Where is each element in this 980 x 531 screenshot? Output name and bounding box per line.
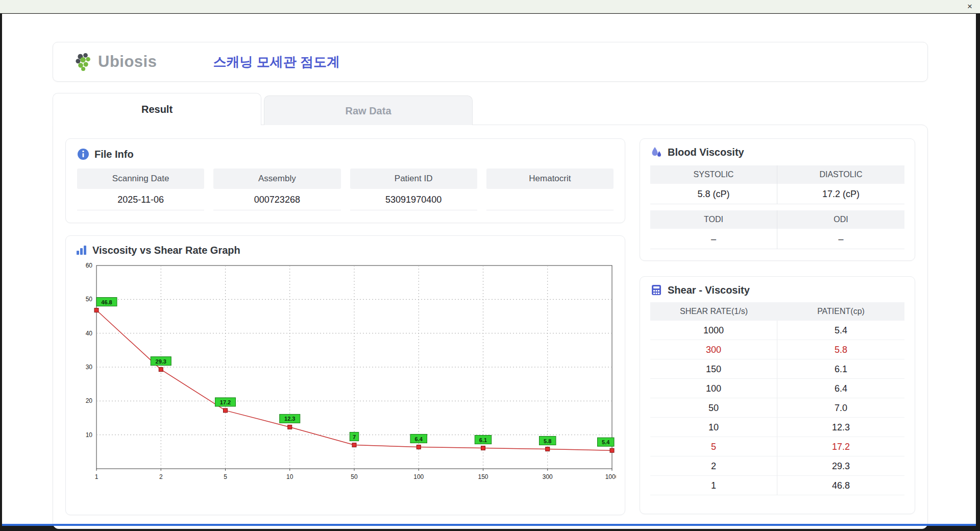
tab-result[interactable]: Result: [53, 93, 261, 125]
svg-text:1: 1: [95, 473, 99, 480]
bar-chart-icon: [75, 244, 87, 256]
table-row: 3005.8: [650, 340, 904, 359]
patient-cp-cell: 6.1: [777, 359, 904, 379]
app-window: Ubiosis 스캐닝 모세관 점도계 Result Raw Data File…: [2, 14, 976, 524]
shear-rate-cell: 5: [650, 437, 777, 456]
file-info-title: File Info: [94, 149, 134, 160]
table-row: 507.0: [650, 398, 904, 418]
brand-name: Ubiosis: [98, 53, 157, 71]
file-info-field: Scanning Date2025-11-06: [77, 168, 204, 210]
field-label: Patient ID: [350, 168, 477, 189]
app-title: 스캐닝 모세관 점도계: [213, 53, 339, 71]
col-shear-rate: SHEAR RATE(1/s): [650, 302, 777, 321]
svg-text:20: 20: [86, 397, 93, 404]
svg-text:10: 10: [286, 473, 293, 480]
field-value: 53091970400: [350, 189, 477, 210]
shear-rate-cell: 100: [650, 379, 777, 398]
table-row: 229.3: [650, 456, 904, 476]
table-row: 1006.4: [650, 379, 904, 398]
window-close-button[interactable]: ×: [964, 1, 976, 13]
patient-cp-cell: 5.4: [777, 321, 904, 340]
svg-text:5: 5: [224, 473, 227, 480]
field-value: [486, 189, 614, 210]
field-label: Hematocrit: [486, 168, 614, 189]
svg-text:7: 7: [353, 434, 356, 440]
viscosity-chart: 1020304050601251050100150300100046.829.3…: [75, 260, 616, 491]
window-bottom-accent: [2, 524, 976, 526]
shear-viscosity-panel: Shear - Viscosity SHEAR RATE(1/s) PATIEN…: [640, 276, 915, 514]
graph-title: Viscosity vs Shear Rate Graph: [92, 245, 240, 256]
svg-text:60: 60: [86, 262, 93, 269]
header-card: Ubiosis 스캐닝 모세관 점도계: [53, 42, 928, 82]
odi-label: ODI: [777, 210, 904, 229]
svg-text:5.8: 5.8: [544, 438, 551, 444]
table-row: 1506.1: [650, 359, 904, 379]
graph-panel: Viscosity vs Shear Rate Graph 1020304050…: [65, 235, 625, 515]
file-info-field: Hematocrit: [486, 168, 614, 210]
shear-viscosity-title: Shear - Viscosity: [668, 284, 750, 296]
svg-text:17.2: 17.2: [220, 399, 231, 405]
shear-table-header: SHEAR RATE(1/s) PATIENT(cp): [650, 302, 904, 321]
svg-text:12.3: 12.3: [284, 416, 295, 422]
field-value: 2025-11-06: [77, 189, 204, 210]
table-row: 10005.4: [650, 321, 904, 340]
shear-rate-cell: 1000: [650, 321, 777, 340]
patient-cp-cell: 12.3: [777, 418, 904, 437]
shear-rate-cell: 1: [650, 476, 777, 495]
todi-value: –: [650, 229, 777, 249]
tab-bar: Result Raw Data: [53, 93, 473, 125]
droplet-icon: [650, 146, 663, 158]
tab-raw-data[interactable]: Raw Data: [264, 95, 473, 125]
blood-viscosity-title: Blood Viscosity: [668, 147, 744, 158]
svg-text:6.4: 6.4: [415, 436, 423, 442]
todi-label: TODI: [650, 210, 777, 229]
svg-text:10: 10: [86, 431, 93, 439]
table-row: 146.8: [650, 476, 904, 495]
svg-text:50: 50: [86, 296, 93, 303]
systolic-label: SYSTOLIC: [650, 165, 777, 184]
file-info-field: Assembly000723268: [213, 168, 340, 210]
col-patient: PATIENT(cp): [777, 302, 904, 321]
table-row: 1012.3: [650, 418, 904, 437]
table-row: 517.2: [650, 437, 904, 456]
blood-viscosity-panel: Blood Viscosity SYSTOLIC DIASTOLIC 5.8 (…: [640, 138, 915, 261]
file-info-fields: Scanning Date2025-11-06Assembly000723268…: [77, 168, 614, 210]
info-icon: [77, 148, 89, 160]
grape-cluster-icon: [75, 52, 94, 71]
result-content: File Info Scanning Date2025-11-06Assembl…: [53, 125, 928, 529]
field-value: 000723268: [213, 189, 340, 210]
patient-cp-cell: 17.2: [777, 437, 904, 456]
shear-table-body: 10005.43005.81506.11006.4507.01012.3517.…: [650, 321, 904, 495]
svg-text:2: 2: [159, 473, 163, 480]
patient-cp-cell: 7.0: [777, 398, 904, 418]
svg-text:100: 100: [413, 473, 424, 480]
patient-cp-cell: 5.8: [777, 340, 904, 359]
odi-value: –: [777, 229, 904, 249]
field-label: Assembly: [213, 168, 340, 189]
shear-rate-cell: 10: [650, 418, 777, 437]
shear-rate-cell: 150: [650, 359, 777, 379]
svg-text:40: 40: [86, 330, 93, 337]
file-info-panel: File Info Scanning Date2025-11-06Assembl…: [65, 138, 625, 223]
shear-table: SHEAR RATE(1/s) PATIENT(cp) 10005.43005.…: [650, 302, 904, 495]
chart-wrap: 1020304050601251050100150300100046.829.3…: [75, 260, 616, 493]
diastolic-label: DIASTOLIC: [777, 165, 904, 184]
patient-cp-cell: 29.3: [777, 456, 904, 476]
calculator-icon: [650, 284, 663, 296]
patient-cp-cell: 6.4: [777, 379, 904, 398]
svg-text:6.1: 6.1: [479, 437, 487, 443]
field-label: Scanning Date: [77, 168, 204, 189]
patient-cp-cell: 46.8: [777, 476, 904, 495]
svg-text:50: 50: [351, 473, 358, 480]
svg-text:1000: 1000: [605, 473, 616, 480]
svg-text:5.4: 5.4: [602, 439, 610, 445]
shear-rate-cell: 300: [650, 340, 777, 359]
shear-rate-cell: 50: [650, 398, 777, 418]
ubiosis-logo: Ubiosis: [75, 52, 157, 71]
systolic-value: 5.8 (cP): [650, 184, 777, 204]
shear-rate-cell: 2: [650, 456, 777, 476]
svg-text:150: 150: [478, 473, 488, 480]
svg-text:46.8: 46.8: [101, 299, 112, 305]
svg-text:30: 30: [86, 364, 93, 371]
svg-text:300: 300: [543, 473, 553, 480]
